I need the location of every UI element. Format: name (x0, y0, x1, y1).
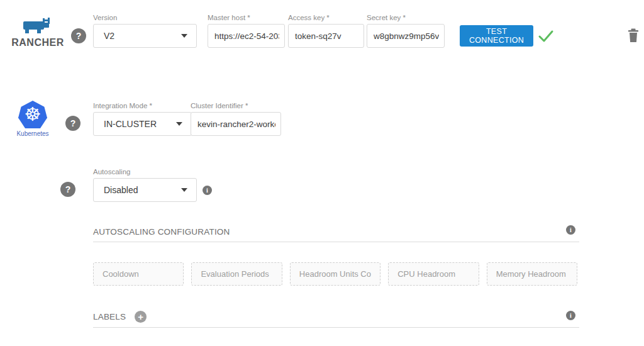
access-key-label: Access key * (288, 14, 364, 21)
master-host-label: Master host * (208, 14, 285, 21)
kubernetes-logo: ☸ Kubernetes (13, 101, 53, 137)
rancher-help-icon[interactable]: ? (71, 28, 86, 43)
trash-icon (628, 35, 639, 45)
autoscaling-configuration-title: AUTOSCALING CONFIGURATION (93, 227, 230, 237)
access-key-input[interactable] (295, 31, 358, 41)
help-glyph: ? (70, 118, 76, 128)
version-field: Version V2 (93, 14, 197, 48)
info-glyph: i (570, 226, 572, 233)
labels-title: LABELS (93, 312, 126, 321)
wheel-glyph: ☸ (25, 105, 42, 124)
info-glyph: i (570, 312, 572, 319)
autoscaling-field: Autoscaling Disabled (93, 168, 197, 202)
kubernetes-caption: Kubernetes (13, 130, 53, 137)
rancher-logo: RANCHER (8, 18, 68, 48)
chevron-down-icon (176, 122, 182, 126)
integration-mode-select[interactable]: IN-CLUSTER (93, 112, 192, 136)
autoscaling-select[interactable]: Disabled (93, 178, 197, 202)
integration-settings-page: RANCHER ? Version V2 Master host * Acces… (0, 0, 644, 346)
integration-mode-field: Integration Mode * IN-CLUSTER (93, 102, 192, 136)
secret-key-input[interactable] (374, 31, 439, 41)
section-divider (93, 242, 579, 242)
secret-key-field: Secret key * (367, 14, 445, 48)
cluster-identifier-field: Cluster Identifier * (191, 102, 281, 136)
rancher-bull-icon (17, 25, 58, 36)
help-glyph: ? (65, 184, 71, 194)
cooldown-input[interactable] (93, 262, 184, 286)
rancher-wordmark: RANCHER (8, 37, 68, 48)
info-glyph: i (206, 187, 208, 194)
autoscaling-label: Autoscaling (93, 168, 197, 176)
secret-key-label: Secret key * (367, 14, 445, 21)
chevron-down-icon (181, 188, 187, 192)
master-host-field: Master host * (208, 14, 285, 48)
access-key-field: Access key * (288, 14, 364, 48)
memory-headroom-input[interactable] (487, 262, 577, 286)
delete-integration-button[interactable] (628, 28, 639, 45)
version-select[interactable]: V2 (93, 24, 197, 48)
autoscaling-config-inputs (93, 262, 577, 286)
headroom-units-count-input[interactable] (290, 262, 380, 286)
chevron-down-icon (181, 34, 187, 38)
kubernetes-help-icon[interactable]: ? (65, 116, 80, 131)
add-label-button[interactable]: + (135, 311, 147, 323)
labels-info-icon[interactable]: i (566, 311, 575, 320)
plus-glyph: + (138, 312, 143, 321)
master-host-input[interactable] (214, 31, 279, 41)
help-glyph: ? (76, 31, 82, 41)
kubernetes-wheel-icon: ☸ (18, 101, 47, 128)
section-divider (93, 327, 579, 328)
version-value: V2 (104, 31, 114, 41)
autoscaling-info-icon[interactable]: i (203, 186, 212, 195)
cluster-identifier-label: Cluster Identifier * (191, 102, 281, 109)
evaluation-periods-input[interactable] (191, 262, 282, 286)
cluster-identifier-input[interactable] (197, 120, 275, 129)
autoscaling-value: Disabled (104, 185, 138, 195)
integration-mode-label: Integration Mode * (93, 102, 192, 109)
autoscaling-configuration-info-icon[interactable]: i (566, 225, 575, 235)
cpu-headroom-input[interactable] (388, 262, 479, 286)
connection-success-check-icon (538, 30, 554, 45)
labels-section-header: LABELS + (93, 311, 147, 323)
test-connection-button[interactable]: TEST CONNECTION (460, 25, 533, 47)
integration-mode-value: IN-CLUSTER (104, 119, 157, 129)
autoscaling-help-icon[interactable]: ? (60, 182, 75, 197)
version-label: Version (93, 14, 197, 21)
